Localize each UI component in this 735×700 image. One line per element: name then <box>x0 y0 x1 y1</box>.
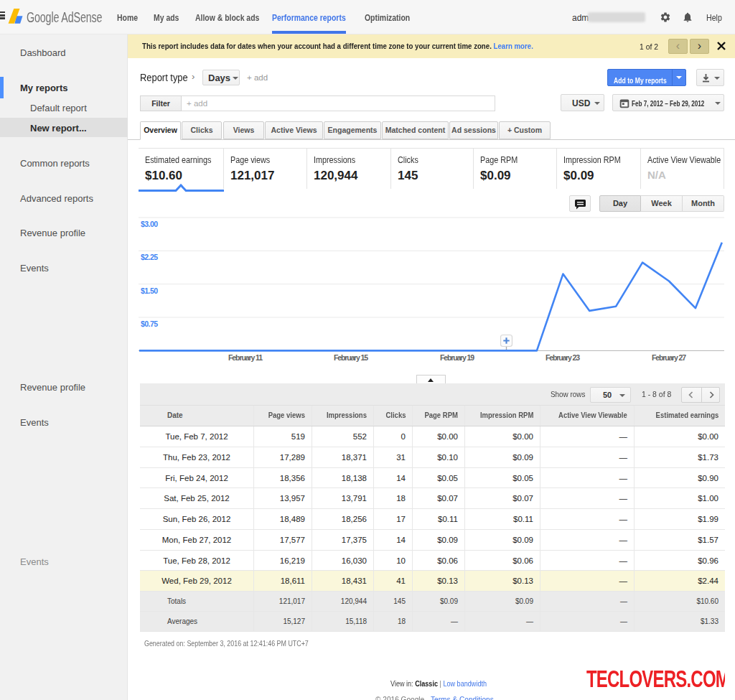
svg-text:February 27: February 27 <box>652 353 686 362</box>
svg-text:February 19: February 19 <box>440 353 474 362</box>
svg-text:$1.50: $1.50 <box>141 286 158 295</box>
svg-text:$2.25: $2.25 <box>141 253 158 261</box>
svg-text:February 23: February 23 <box>546 353 580 362</box>
svg-text:$3.00: $3.00 <box>141 220 158 228</box>
svg-text:$0.75: $0.75 <box>141 319 158 328</box>
svg-text:February 11: February 11 <box>228 353 263 362</box>
svg-text:February 15: February 15 <box>334 353 368 362</box>
